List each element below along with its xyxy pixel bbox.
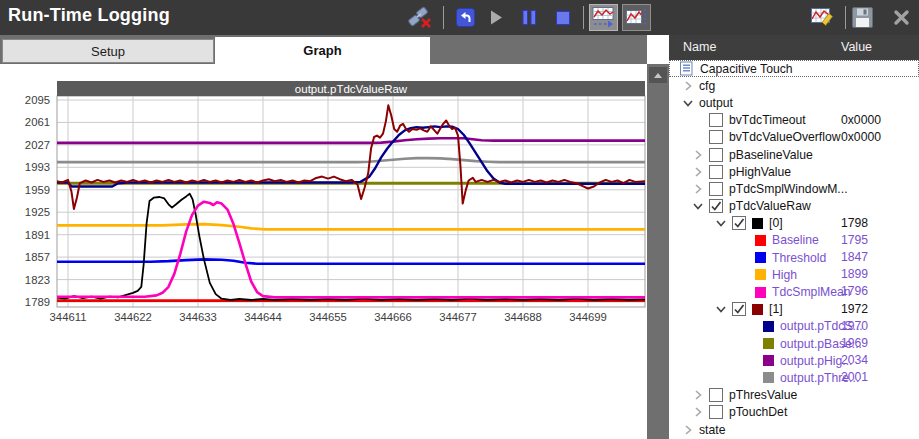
tab-setup[interactable]: Setup	[2, 39, 214, 63]
vertical-scrollbar[interactable]	[647, 64, 669, 439]
row-label: pTdcValueRaw	[729, 199, 811, 213]
checkbox-0[interactable]	[732, 216, 746, 230]
tree-header: Name Value	[669, 35, 919, 60]
checkbox-ptouchdet[interactable]	[709, 405, 723, 419]
chevron-right-icon[interactable]	[691, 406, 704, 419]
checkbox-1[interactable]	[732, 302, 746, 316]
chevron-right-icon[interactable]	[691, 148, 704, 161]
chart-edit-icon[interactable]	[811, 6, 836, 29]
svg-text:2061: 2061	[25, 116, 50, 128]
tree-header-name: Name	[683, 40, 716, 54]
tree-row-bvtdctimeout[interactable]: bvTdcTimeout0x0000	[669, 112, 919, 129]
color-swatch	[752, 218, 763, 229]
checkbox-pthresvalue[interactable]	[709, 388, 723, 402]
tree-row-threshold[interactable]: Threshold1847	[669, 249, 919, 266]
row-label: bvTdcTimeout	[729, 113, 806, 127]
row-label: [1]	[769, 302, 783, 316]
signal-tree-panel: Name Value Capacitive TouchcfgoutputbvTd…	[669, 35, 919, 439]
row-value: 0x0000	[841, 113, 881, 127]
save-icon[interactable]	[852, 7, 873, 28]
tree-row-phighvalue[interactable]: pHighValue	[669, 163, 919, 180]
tab-graph[interactable]: Graph	[215, 37, 430, 64]
title-bar: Run-Time Logging	[0, 0, 919, 35]
svg-text:344611: 344611	[50, 311, 87, 323]
scroll-up-button[interactable]	[649, 67, 667, 83]
checkbox-phighvalue[interactable]	[709, 165, 723, 179]
color-swatch	[752, 304, 763, 315]
chevron-right-icon[interactable]	[681, 423, 694, 436]
tree-row-output-pbase[interactable]: output.pBase...1969	[669, 335, 919, 352]
row-value: 2001	[841, 370, 868, 384]
pause-icon[interactable]	[522, 10, 537, 25]
window-title: Run-Time Logging	[8, 5, 170, 26]
svg-text:1823: 1823	[25, 274, 50, 286]
y-axis-labels: 2095206120271993195919251891185718231789	[25, 94, 50, 308]
tree-row-ptdcvalueraw[interactable]: pTdcValueRaw	[669, 198, 919, 215]
tree-row-output[interactable]: output	[669, 94, 919, 111]
chart-title: output.pTdcValueRaw	[57, 81, 645, 96]
tree-row-output-pthre[interactable]: output.pThre...2001	[669, 369, 919, 386]
color-swatch	[763, 338, 774, 349]
svg-text:2095: 2095	[25, 94, 50, 106]
play-icon[interactable]	[490, 10, 503, 25]
row-label: state	[699, 423, 725, 437]
chevron-right-icon[interactable]	[681, 79, 694, 92]
tree-row-bvtdcvalueoverflow[interactable]: bvTdcValueOverflow0x0000	[669, 129, 919, 146]
color-swatch	[763, 355, 774, 366]
tree-row-ptdcsmplwindowm[interactable]: pTdcSmplWindowM...	[669, 180, 919, 197]
tab-setup-label: Setup	[91, 44, 125, 59]
tree-row-ptouchdet[interactable]: pTouchDet	[669, 404, 919, 421]
chart-fixed-window-icon[interactable]	[622, 4, 651, 31]
document-icon	[679, 61, 694, 76]
row-value: 1795	[841, 233, 868, 247]
tree-row-1[interactable]: [1]1972	[669, 301, 919, 318]
tree-row-tdcsmplmean[interactable]: TdcSmplMean1796	[669, 283, 919, 300]
plot-area	[57, 96, 645, 307]
toolbar-separator	[583, 6, 584, 29]
chevron-spacer	[691, 114, 704, 127]
checkbox-bvtdcvalueoverflow[interactable]	[709, 130, 723, 144]
run-time-logging-window: Run-Time Logging	[0, 0, 919, 439]
chevron-down-icon[interactable]	[691, 200, 704, 213]
row-value: 1969	[841, 336, 868, 350]
x-axis-labels: 3446113446223446333446443446553446663446…	[50, 311, 607, 323]
svg-text:1925: 1925	[25, 206, 50, 218]
checkbox-ptdcvalueraw[interactable]	[709, 199, 723, 213]
row-label: pTouchDet	[729, 405, 787, 419]
tree-row-output-phig[interactable]: output.pHig...2034	[669, 352, 919, 369]
tree-row-pthresvalue[interactable]: pThresValue	[669, 387, 919, 404]
row-value: 0x0000	[841, 130, 881, 144]
row-value: 1798	[841, 216, 868, 230]
checkbox-bvtdctimeout[interactable]	[709, 113, 723, 127]
tree-row-state[interactable]: state	[669, 421, 919, 438]
tree-row-output-ptdcs[interactable]: output.pTdcS...1970	[669, 318, 919, 335]
tab-graph-label: Graph	[303, 43, 341, 58]
chevron-down-icon[interactable]	[681, 96, 694, 109]
row-value: 1796	[841, 284, 868, 298]
tree-row-high[interactable]: High1899	[669, 266, 919, 283]
tree-row-baseline[interactable]: Baseline1795	[669, 232, 919, 249]
close-icon[interactable]	[893, 9, 910, 26]
svg-text:344688: 344688	[504, 311, 542, 323]
color-swatch	[763, 372, 774, 383]
chevron-right-icon[interactable]	[691, 389, 704, 402]
chevron-right-icon[interactable]	[691, 165, 704, 178]
chart: 2095206120271993195919251891185718231789…	[0, 64, 647, 439]
svg-text:1891: 1891	[25, 229, 50, 241]
chevron-right-icon[interactable]	[691, 182, 704, 195]
tree-row-0[interactable]: [0]1798	[669, 215, 919, 232]
tree-row-capacitive-touch[interactable]: Capacitive Touch	[669, 60, 919, 77]
chevron-down-icon[interactable]	[714, 217, 727, 230]
restart-icon[interactable]	[456, 8, 475, 27]
toolbar-separator	[845, 6, 846, 29]
chevron-down-icon[interactable]	[714, 303, 727, 316]
tree-row-cfg[interactable]: cfg	[669, 77, 919, 94]
tree-row-pbaselinevalue[interactable]: pBaselineValue	[669, 146, 919, 163]
disconnect-icon[interactable]	[407, 6, 434, 30]
chart-scroll-mode-icon[interactable]	[589, 4, 618, 31]
stop-icon[interactable]	[556, 11, 570, 25]
svg-text:1857: 1857	[25, 251, 50, 263]
checkbox-pbaselinevalue[interactable]	[709, 148, 723, 162]
color-swatch	[755, 235, 766, 246]
checkbox-ptdcsmplwindowm[interactable]	[709, 182, 723, 196]
